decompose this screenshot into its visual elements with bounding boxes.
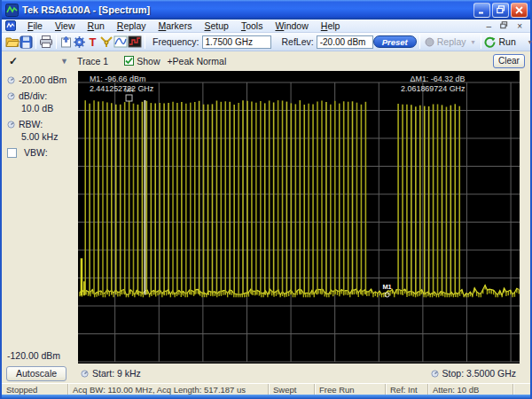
menu-bar: File View Run Replay Markers Setup Tools…: [2, 20, 530, 33]
db-div-label: dB/div:: [19, 90, 47, 101]
spectrum-chart[interactable]: MRM1M1: -96.66 dBm2.441252722 GHzΔM1: -6…: [78, 71, 520, 364]
menu-markers[interactable]: Markers: [153, 20, 199, 31]
menu-run[interactable]: Run: [82, 20, 111, 31]
svg-text:T: T: [90, 35, 97, 49]
window-bottom-edge: [2, 395, 530, 399]
frequency-input[interactable]: [202, 35, 271, 49]
status-sweep-mode: Swept: [269, 384, 315, 395]
start-frequency-field[interactable]: Start: 9 kHz: [92, 368, 141, 379]
menu-help[interactable]: Help: [315, 20, 347, 31]
show-checkbox[interactable]: [124, 56, 134, 66]
toolbar: T Frequency: RefLev: Preset Replay ▾ Run…: [2, 33, 530, 51]
save-icon[interactable]: [20, 34, 33, 50]
toolbar-separator: [419, 35, 420, 49]
menu-window[interactable]: Window: [269, 20, 314, 31]
clear-button[interactable]: Clear: [493, 54, 525, 68]
run-dropdown-icon[interactable]: ▾: [525, 38, 532, 46]
status-trigger-mode: Free Run: [315, 384, 386, 395]
frequency-label: Frequency:: [153, 36, 200, 47]
restore-button[interactable]: [492, 3, 509, 18]
trace-settings-bar: ✓ ▼ Trace 1 Show +Peak Normal Clear: [2, 51, 530, 70]
db-div-value[interactable]: 10.0 dB: [21, 103, 53, 113]
menu-tools[interactable]: Tools: [235, 20, 270, 31]
knob-icon[interactable]: [81, 370, 89, 378]
knob-icon[interactable]: [7, 121, 15, 129]
menu-view[interactable]: View: [49, 20, 82, 31]
toolbar-separator: [35, 35, 36, 49]
main-area: -20.00 dBm dB/div: 10.0 dB RBW: 5.00 kHz…: [2, 70, 530, 364]
status-empty: [513, 384, 532, 395]
mdi-restore-icon[interactable]: [496, 20, 512, 32]
panel-check-icon: ✓: [9, 55, 18, 67]
stop-frequency-field[interactable]: Stop: 3.5000 GHz: [442, 368, 516, 379]
trace-chevron-icon[interactable]: ▼: [60, 57, 68, 66]
toolbar-separator: [145, 35, 145, 49]
svg-text:M1: M1: [382, 283, 391, 291]
displays-icon[interactable]: [128, 34, 142, 50]
status-attenuation: Atten: 10 dB: [428, 384, 513, 395]
mdi-close-icon[interactable]: ×: [512, 20, 527, 32]
vbw-label: VBW:: [24, 147, 48, 158]
knob-icon[interactable]: [7, 92, 15, 100]
trigger-icon[interactable]: T: [86, 34, 99, 50]
mdi-minimize-icon[interactable]: –: [482, 20, 497, 32]
toolbar-separator: [481, 35, 481, 49]
print-icon[interactable]: [39, 34, 53, 50]
vbw-checkbox[interactable]: [7, 148, 17, 158]
spectrum-plot-area[interactable]: MRM1M1: -96.66 dBm2.441252722 GHzΔM1: -6…: [78, 70, 530, 364]
detection-mode-label: +Peak Normal: [167, 56, 226, 66]
reflev-label: RefLev:: [282, 36, 314, 47]
open-icon[interactable]: [5, 34, 20, 50]
knob-icon[interactable]: [7, 76, 15, 84]
settings-panel: -20.00 dBm dB/div: 10.0 dB RBW: 5.00 kHz…: [2, 70, 78, 364]
knob-icon[interactable]: [431, 370, 439, 378]
replay-icon: [425, 37, 434, 47]
close-button[interactable]: [511, 3, 528, 18]
show-label: Show: [137, 56, 160, 66]
minimize-button[interactable]: [473, 3, 490, 18]
replay-button[interactable]: Replay: [425, 36, 466, 47]
menu-replay[interactable]: Replay: [111, 20, 153, 31]
spectrum-document-icon[interactable]: [5, 20, 16, 31]
status-acquisition: Acq BW: 110.00 MHz, Acq Length: 517.187 …: [68, 384, 269, 395]
preset-button[interactable]: Preset: [373, 35, 417, 48]
autoscale-button[interactable]: Autoscale: [6, 366, 66, 381]
acquire-waveform-icon[interactable]: [113, 34, 128, 50]
presets-icon[interactable]: [59, 34, 73, 50]
window-title: Tek RSA6100A - [Spectrum]: [22, 4, 472, 15]
run-icon: [484, 36, 496, 48]
status-reference: Ref: Int: [386, 384, 428, 395]
app-logo-icon: [5, 4, 19, 17]
status-bar: Stopped Acq BW: 110.00 MHz, Acq Length: …: [2, 383, 530, 395]
app-window: Tek RSA6100A - [Spectrum] File View Run …: [0, 0, 532, 399]
trace-selector[interactable]: Trace 1: [77, 56, 108, 66]
bottom-level-label: -120.00 dBm: [7, 350, 60, 361]
menu-setup[interactable]: Setup: [198, 20, 234, 31]
title-bar: Tek RSA6100A - [Spectrum]: [2, 0, 530, 20]
status-run-state: Stopped: [2, 384, 68, 395]
rbw-value[interactable]: 5.00 kHz: [21, 131, 58, 142]
settings-gear-icon[interactable]: [73, 34, 86, 50]
bottom-bar: Autoscale Start: 9 kHz Stop: 3.5000 GHz: [2, 364, 530, 383]
svg-text:M1: -96.66 dBm: M1: -96.66 dBm: [90, 74, 145, 83]
run-button[interactable]: Run: [484, 36, 515, 48]
svg-text:ΔM1: -64.32 dB: ΔM1: -64.32 dB: [411, 74, 466, 83]
markers-icon[interactable]: [99, 34, 113, 50]
menu-file[interactable]: File: [21, 20, 49, 31]
reflev-input[interactable]: [317, 35, 373, 49]
rbw-label: RBW:: [19, 119, 43, 129]
svg-text:2.441252722 GHz: 2.441252722 GHz: [90, 84, 154, 93]
svg-text:2.061869724 GHz: 2.061869724 GHz: [401, 84, 466, 93]
ref-level-value[interactable]: -20.00 dBm: [19, 74, 66, 85]
toolbar-separator: [56, 35, 57, 49]
replay-dropdown-icon[interactable]: ▾: [467, 38, 478, 46]
